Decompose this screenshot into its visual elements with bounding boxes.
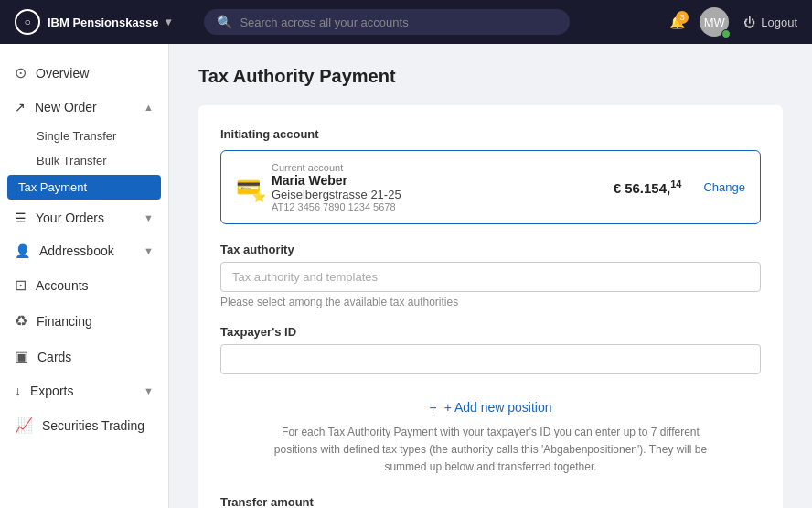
taxpayer-id-input[interactable]	[220, 344, 761, 374]
sidebar-label-overview: Overview	[36, 66, 89, 81]
sidebar-item-your-orders[interactable]: ☰ Your Orders ▼	[0, 201, 168, 234]
sidebar-item-tax-payment[interactable]: Tax Payment	[7, 175, 161, 200]
sidebar-item-new-order[interactable]: ↗ New Order ▲	[0, 91, 168, 124]
sidebar-item-bulk-transfer[interactable]: Bulk Transfer	[0, 148, 168, 173]
sidebar-label-your-orders: Your Orders	[36, 211, 104, 225]
account-iban: AT12 3456 7890 1234 5678	[272, 201, 603, 212]
topnav: ○ IBM Pensionskasse ▾ 🔍 🔔 3 MW ⏻ Logout	[0, 0, 812, 44]
avatar-initials: MW	[704, 16, 725, 29]
cards-icon: ▣	[15, 348, 28, 365]
exports-chevron: ▼	[144, 385, 154, 396]
transfer-amount-label: Transfer amount	[220, 495, 761, 508]
account-address: Geiselbergstrasse 21-25	[272, 188, 603, 201]
change-account-button[interactable]: Change	[703, 180, 745, 194]
taxpayer-id-section: Taxpayer's ID	[220, 325, 761, 374]
account-type: Current account	[272, 162, 603, 173]
logout-icon: ⏻	[743, 16, 755, 29]
logout-label: Logout	[761, 16, 797, 29]
search-icon: 🔍	[217, 15, 232, 29]
your-orders-chevron: ▼	[144, 212, 154, 223]
sidebar-item-financing[interactable]: ♻ Financing	[0, 303, 168, 339]
initiating-account-section: Initiating account 💳 ⭐ Current account M…	[220, 127, 761, 224]
sidebar: ⊙ Overview ↗ New Order ▲ Single Transfer…	[0, 44, 169, 508]
page-title: Tax Authority Payment	[198, 66, 783, 87]
tax-authority-section: Tax authority Please select among the av…	[220, 243, 761, 308]
account-star-icon: ⭐	[252, 190, 266, 203]
info-text: For each Tax Authority Payment with your…	[220, 424, 761, 477]
your-orders-icon: ☰	[15, 211, 27, 225]
account-details: Current account Maria Weber Geiselbergst…	[272, 162, 603, 212]
brand-chevron: ▾	[166, 16, 171, 28]
addressbook-chevron: ▼	[144, 245, 154, 256]
logout-button[interactable]: ⏻ Logout	[743, 16, 797, 29]
exports-icon: ↓	[15, 384, 21, 398]
account-box: 💳 ⭐ Current account Maria Weber Geiselbe…	[220, 150, 761, 224]
sidebar-item-accounts[interactable]: ⊡ Accounts	[0, 267, 168, 303]
securities-icon: 📈	[15, 416, 33, 434]
initiating-account-label: Initiating account	[220, 127, 761, 141]
accounts-icon: ⊡	[15, 276, 27, 294]
sidebar-item-overview[interactable]: ⊙ Overview	[0, 55, 168, 91]
account-name: Maria Weber	[272, 173, 603, 188]
search-input[interactable]	[240, 16, 557, 29]
bulk-transfer-label: Bulk Transfer	[37, 154, 107, 168]
brand-name: IBM Pensionskasse	[48, 16, 158, 29]
form-card: Initiating account 💳 ⭐ Current account M…	[198, 105, 783, 508]
sidebar-item-single-transfer[interactable]: Single Transfer	[0, 124, 168, 148]
taxpayer-id-label: Taxpayer's ID	[220, 325, 761, 339]
plus-icon: +	[429, 400, 436, 415]
add-position-label: + Add new position	[443, 400, 552, 415]
sidebar-label-financing: Financing	[37, 314, 92, 329]
sidebar-label-exports: Exports	[30, 384, 73, 398]
home-icon: ⊙	[15, 64, 27, 81]
main-content: Tax Authority Payment Initiating account…	[169, 44, 812, 508]
app-layout: ⊙ Overview ↗ New Order ▲ Single Transfer…	[0, 44, 812, 508]
sidebar-item-cards[interactable]: ▣ Cards	[0, 339, 168, 374]
sidebar-label-securities: Securities Trading	[42, 418, 144, 433]
account-balance: € 56.154,14	[614, 178, 682, 196]
logo[interactable]: ○ IBM Pensionskasse ▾	[15, 9, 171, 35]
sidebar-label-accounts: Accounts	[36, 278, 89, 293]
notification-badge: 3	[676, 11, 689, 24]
tax-authority-label: Tax authority	[220, 243, 761, 256]
search-box[interactable]: 🔍	[204, 9, 570, 35]
account-wallet-icon: 💳 ⭐	[236, 176, 261, 200]
sidebar-item-exports[interactable]: ↓ Exports ▼	[0, 374, 168, 407]
topnav-right: 🔔 3 MW ⏻ Logout	[669, 7, 797, 37]
new-order-chevron: ▲	[144, 102, 154, 113]
sidebar-label-cards: Cards	[37, 350, 71, 364]
single-transfer-label: Single Transfer	[37, 129, 116, 143]
sidebar-label-addressbook: Addressbook	[39, 243, 114, 258]
notifications-button[interactable]: 🔔 3	[669, 15, 685, 29]
avatar-button[interactable]: MW	[700, 7, 729, 37]
tax-authority-input[interactable]	[220, 262, 761, 292]
sidebar-label-new-order: New Order	[35, 100, 97, 114]
logo-icon: ○	[15, 9, 40, 35]
online-badge	[721, 29, 731, 38]
tax-payment-label: Tax Payment	[18, 180, 87, 194]
financing-icon: ♻	[15, 312, 27, 330]
tax-authority-hint: Please select among the available tax au…	[220, 296, 761, 308]
add-position-button[interactable]: + + Add new position	[220, 391, 761, 424]
addressbook-icon: 👤	[15, 243, 30, 258]
sidebar-item-addressbook[interactable]: 👤 Addressbook ▼	[0, 234, 168, 267]
transfer-amount-section: Transfer amount EUR Future balance € 56.…	[220, 495, 761, 508]
sidebar-item-securities-trading[interactable]: 📈 Securities Trading	[0, 407, 168, 443]
new-order-icon: ↗	[15, 100, 26, 114]
